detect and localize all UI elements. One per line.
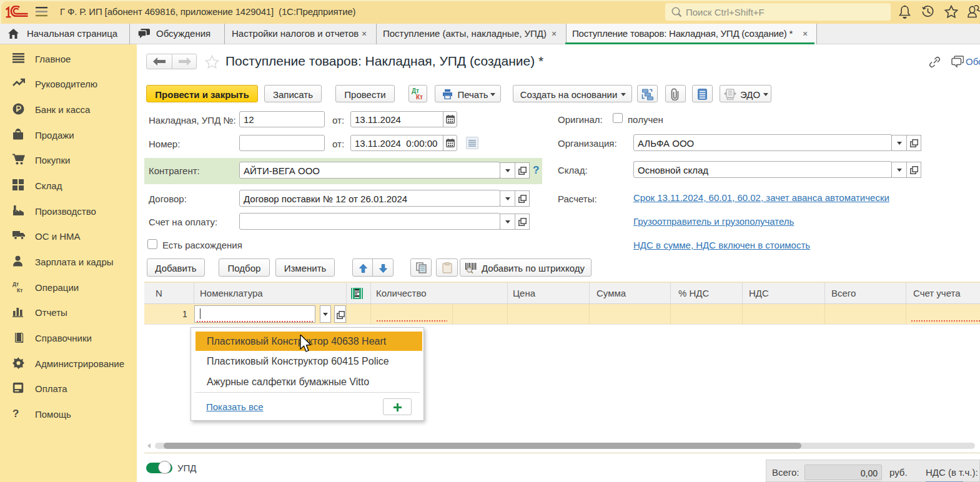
svg-text:Кт: Кт bbox=[17, 287, 22, 293]
svg-text:?: ? bbox=[12, 408, 19, 420]
svg-text:Дт: Дт bbox=[12, 281, 19, 287]
